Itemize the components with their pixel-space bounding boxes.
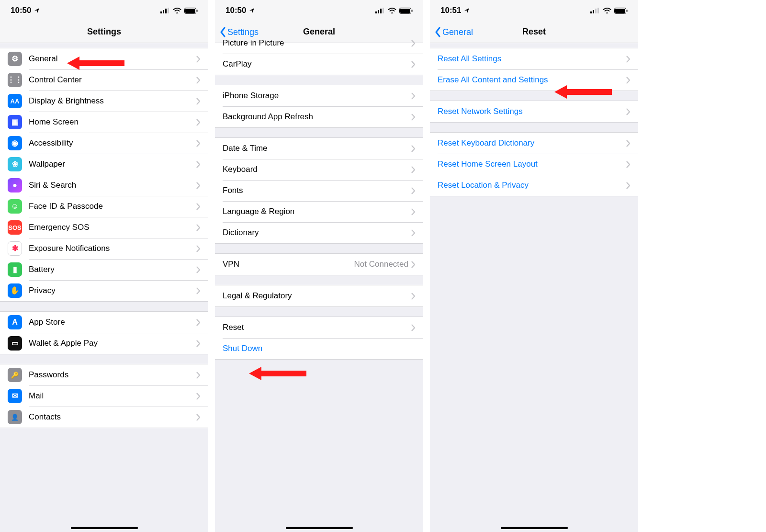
- pass-icon: 🔑: [8, 368, 22, 382]
- row-label: Reset Location & Privacy: [438, 181, 626, 190]
- status-time: 10:51: [440, 6, 461, 15]
- list-row[interactable]: ◉ Accessibility: [0, 133, 208, 154]
- home-indicator: [71, 527, 138, 529]
- list-row[interactable]: ⋮⋮ Control Center: [0, 69, 208, 91]
- chevron-right-icon: [196, 245, 201, 252]
- chevron-right-icon: [411, 61, 416, 68]
- row-label: Fonts: [223, 186, 411, 195]
- list-row[interactable]: ▦ Home Screen: [0, 112, 208, 133]
- svg-rect-3: [168, 8, 169, 13]
- list-row[interactable]: SOS Emergency SOS: [0, 217, 208, 238]
- list-row[interactable]: Fonts: [215, 180, 423, 201]
- list-row[interactable]: Reset All Settings: [430, 48, 638, 69]
- svg-rect-15: [593, 10, 594, 13]
- chevron-right-icon: [196, 56, 201, 63]
- list-row[interactable]: Background App Refresh: [215, 106, 423, 127]
- list-group: Reset Shut Down: [215, 317, 423, 360]
- row-label: Date & Time: [223, 144, 411, 153]
- list-group: Date & Time Keyboard Fonts Language & Re…: [215, 137, 423, 244]
- list-row[interactable]: ▭ Wallet & Apple Pay: [0, 333, 208, 354]
- home-indicator: [286, 527, 353, 529]
- list-group: VPN Not Connected: [215, 253, 423, 275]
- location-icon: [34, 8, 40, 13]
- list-group: 🔑 Passwords ✉ Mail 👤 Contacts: [0, 364, 208, 428]
- svg-rect-10: [383, 8, 384, 13]
- row-label: Siri & Search: [29, 181, 196, 190]
- chevron-right-icon: [196, 98, 201, 105]
- home-indicator: [501, 527, 568, 529]
- svg-rect-5: [185, 9, 195, 13]
- list-row[interactable]: Reset Location & Privacy: [430, 175, 638, 196]
- access-icon: ◉: [8, 136, 22, 150]
- chevron-right-icon: [196, 140, 201, 147]
- list-row[interactable]: A App Store: [0, 312, 208, 333]
- chevron-right-icon: [196, 340, 201, 347]
- list-row[interactable]: Reset Network Settings: [430, 101, 638, 122]
- list-row[interactable]: Legal & Regulatory: [215, 285, 423, 306]
- list-row[interactable]: ✱ Exposure Notifications: [0, 238, 208, 259]
- list-row[interactable]: VPN Not Connected: [215, 254, 423, 275]
- chevron-right-icon: [411, 113, 416, 121]
- list-row[interactable]: Shut Down: [215, 338, 423, 359]
- back-label: General: [442, 27, 473, 37]
- list-row[interactable]: iPhone Storage: [215, 85, 423, 106]
- nav-bar: General Reset: [430, 21, 638, 43]
- row-label: Picture in Picture: [223, 38, 411, 48]
- chevron-right-icon: [411, 187, 416, 194]
- row-label: Accessibility: [29, 138, 196, 148]
- chevron-right-icon: [411, 293, 416, 300]
- row-label: General: [29, 54, 196, 64]
- list-row[interactable]: Reset Keyboard Dictionary: [430, 133, 638, 154]
- batt-icon: ▮: [8, 262, 22, 277]
- svg-rect-16: [595, 9, 597, 13]
- row-label: Display & Brightness: [29, 96, 196, 106]
- phone-general: 10:50 Settings General Picture in Pictur…: [215, 0, 423, 532]
- list-row[interactable]: ⚙ General: [0, 48, 208, 69]
- chevron-right-icon: [196, 319, 201, 326]
- wallet-icon: ▭: [8, 336, 22, 351]
- list-row[interactable]: AA Display & Brightness: [0, 91, 208, 112]
- list-row[interactable]: 🔑 Passwords: [0, 364, 208, 385]
- list-row[interactable]: Reset: [215, 317, 423, 338]
- list-row[interactable]: ☺ Face ID & Passcode: [0, 196, 208, 217]
- row-label: Wallet & Apple Pay: [29, 339, 196, 348]
- location-icon: [464, 8, 470, 13]
- list-row[interactable]: ▮ Battery: [0, 259, 208, 280]
- chevron-right-icon: [411, 208, 416, 215]
- row-label: Reset: [223, 323, 411, 332]
- chevron-right-icon: [196, 182, 201, 189]
- chevron-left-icon: [435, 27, 441, 37]
- list-row[interactable]: Picture in Picture: [215, 33, 423, 54]
- list-row[interactable]: 👤 Contacts: [0, 407, 208, 428]
- svg-rect-2: [165, 9, 167, 13]
- list-row[interactable]: Date & Time: [215, 138, 423, 159]
- list-row[interactable]: Reset Home Screen Layout: [430, 154, 638, 175]
- list-row[interactable]: Erase All Content and Settings: [430, 69, 638, 91]
- battery-icon: [614, 8, 628, 14]
- list-row[interactable]: Dictionary: [215, 222, 423, 243]
- svg-rect-6: [197, 10, 198, 12]
- list-row[interactable]: ● Siri & Search: [0, 175, 208, 196]
- list-row[interactable]: ❀ Wallpaper: [0, 154, 208, 175]
- row-label: App Store: [29, 317, 196, 327]
- list-row[interactable]: CarPlay: [215, 54, 423, 75]
- row-label: Background App Refresh: [223, 112, 411, 122]
- row-label: Language & Region: [223, 207, 411, 216]
- svg-rect-19: [615, 9, 625, 13]
- chevron-right-icon: [411, 166, 416, 173]
- row-label: Face ID & Passcode: [29, 202, 196, 211]
- list-row[interactable]: Keyboard: [215, 159, 423, 180]
- battery-icon: [399, 8, 413, 14]
- chevron-right-icon: [626, 161, 631, 168]
- list-row[interactable]: ✉ Mail: [0, 385, 208, 407]
- sos-icon: SOS: [8, 220, 22, 235]
- status-bar: 10:51: [430, 0, 638, 21]
- list-group: iPhone Storage Background App Refresh: [215, 85, 423, 128]
- row-label: Home Screen: [29, 117, 196, 127]
- wifi-icon: [388, 8, 396, 13]
- row-label: Mail: [29, 391, 196, 401]
- list-row[interactable]: ✋ Privacy: [0, 280, 208, 301]
- svg-rect-8: [378, 10, 379, 13]
- list-row[interactable]: Language & Region: [215, 201, 423, 222]
- back-button[interactable]: General: [435, 21, 473, 43]
